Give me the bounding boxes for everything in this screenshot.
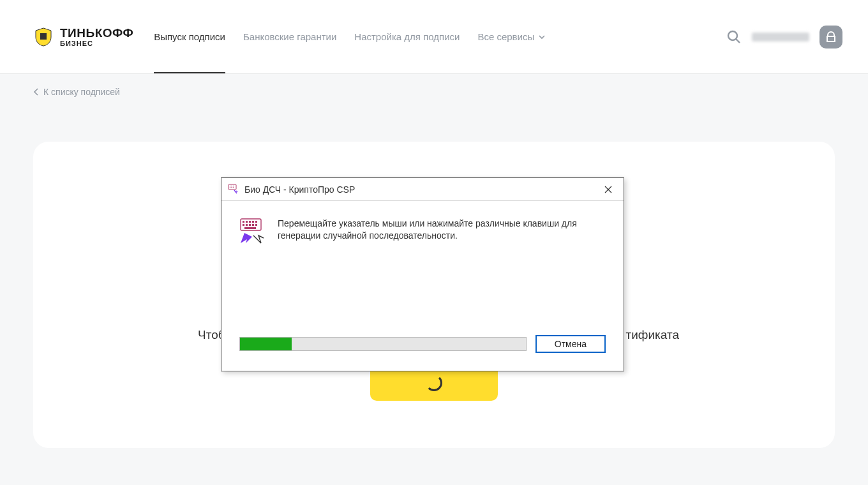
app-header: ТИНЬКОФФ БИЗНЕС Выпуск подписи Банковски… bbox=[0, 0, 868, 74]
app-icon bbox=[228, 184, 239, 195]
breadcrumb-row: К списку подписей bbox=[0, 74, 868, 106]
cryptopro-dialog: Био ДСЧ - КриптоПро CSP Перемещайте указ… bbox=[221, 177, 624, 371]
svg-rect-12 bbox=[246, 221, 248, 223]
svg-point-8 bbox=[231, 187, 232, 188]
svg-rect-20 bbox=[255, 224, 257, 226]
loading-spinner-icon bbox=[426, 375, 442, 391]
keyboard-mouse-icon bbox=[239, 218, 265, 246]
svg-rect-16 bbox=[243, 224, 244, 226]
svg-rect-19 bbox=[252, 224, 254, 226]
cancel-button[interactable]: Отмена bbox=[535, 335, 606, 353]
brand-logo[interactable]: ТИНЬКОФФ БИЗНЕС bbox=[33, 27, 133, 47]
svg-rect-0 bbox=[40, 33, 47, 40]
progress-fill bbox=[240, 338, 292, 350]
brand-main: ТИНЬКОФФ bbox=[60, 27, 133, 39]
svg-line-2 bbox=[736, 39, 740, 43]
svg-rect-18 bbox=[249, 224, 251, 226]
svg-point-7 bbox=[230, 187, 231, 188]
nav-item-all-services[interactable]: Все сервисы bbox=[477, 0, 546, 73]
svg-rect-3 bbox=[228, 184, 236, 190]
nav-label: Банковские гарантии bbox=[243, 31, 336, 42]
chevron-left-icon bbox=[33, 88, 40, 96]
back-label: К списку подписей bbox=[43, 87, 120, 97]
header-right bbox=[726, 26, 842, 48]
dialog-titlebar[interactable]: Био ДСЧ - КриптоПро CSP bbox=[221, 178, 624, 201]
nav-label: Все сервисы bbox=[477, 31, 534, 42]
svg-point-1 bbox=[728, 31, 737, 40]
text-fragment-right: тификата bbox=[626, 328, 680, 342]
close-icon bbox=[604, 186, 612, 193]
nav-label: Настройка для подписи bbox=[354, 31, 460, 42]
lock-icon bbox=[825, 31, 837, 43]
primary-nav: Выпуск подписи Банковские гарантии Настр… bbox=[154, 0, 546, 73]
dialog-title: Био ДСЧ - КриптоПро CSP bbox=[244, 184, 599, 195]
nav-item-guarantees[interactable]: Банковские гарантии bbox=[243, 0, 336, 73]
cancel-label: Отмена bbox=[555, 339, 587, 349]
brand-text: ТИНЬКОФФ БИЗНЕС bbox=[60, 27, 133, 47]
svg-point-5 bbox=[231, 185, 232, 186]
progress-bar bbox=[239, 337, 527, 351]
svg-rect-17 bbox=[246, 224, 248, 226]
nav-item-sign-settings[interactable]: Настройка для подписи bbox=[354, 0, 460, 73]
close-button[interactable] bbox=[599, 181, 617, 198]
lock-badge[interactable] bbox=[819, 26, 842, 48]
dialog-footer: Отмена bbox=[239, 335, 606, 353]
brand-sub: БИЗНЕС bbox=[60, 40, 133, 47]
search-icon[interactable] bbox=[726, 29, 742, 45]
svg-rect-15 bbox=[255, 221, 257, 223]
svg-rect-11 bbox=[243, 221, 244, 223]
svg-point-6 bbox=[233, 185, 234, 186]
svg-rect-21 bbox=[244, 227, 256, 229]
svg-point-9 bbox=[233, 187, 234, 188]
dialog-body: Перемещайте указатель мыши или нажимайте… bbox=[221, 201, 624, 246]
nav-item-signatures[interactable]: Выпуск подписи bbox=[154, 0, 225, 73]
chevron-down-icon bbox=[538, 33, 546, 41]
dialog-message: Перемещайте указатель мыши или нажимайте… bbox=[278, 218, 606, 246]
svg-rect-14 bbox=[252, 221, 254, 223]
svg-rect-13 bbox=[249, 221, 251, 223]
back-link[interactable]: К списку подписей bbox=[33, 87, 120, 97]
user-name-redacted bbox=[752, 33, 809, 41]
svg-point-4 bbox=[230, 185, 231, 186]
shield-icon bbox=[33, 27, 54, 47]
nav-label: Выпуск подписи bbox=[154, 31, 225, 42]
